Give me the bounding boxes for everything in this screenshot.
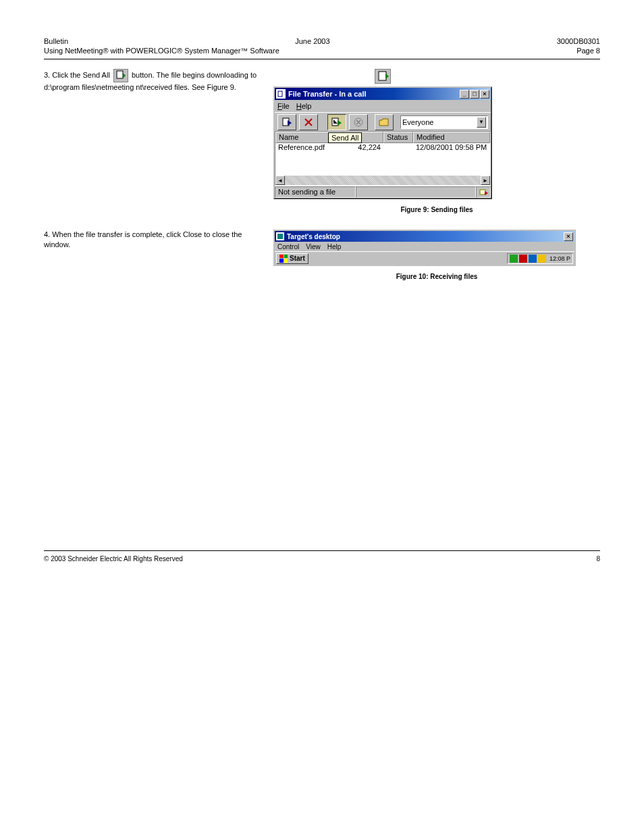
stop-button[interactable] bbox=[349, 114, 368, 130]
status-text: Not sending a file bbox=[275, 186, 356, 198]
send-all-icon bbox=[113, 69, 128, 82]
page-footer: © 2003 Schneider Electric All Rights Res… bbox=[44, 555, 600, 563]
menu-file[interactable]: File bbox=[277, 102, 290, 110]
combo-arrow-icon[interactable]: ▼ bbox=[477, 117, 486, 128]
tray-icon-3[interactable] bbox=[529, 255, 537, 263]
remote-menu-help[interactable]: Help bbox=[327, 243, 342, 251]
maximize-button[interactable]: □ bbox=[470, 90, 479, 99]
tray-icon-2[interactable] bbox=[519, 255, 527, 263]
svg-rect-6 bbox=[480, 190, 485, 194]
col-status[interactable]: Status bbox=[383, 132, 413, 143]
remove-file-button[interactable] bbox=[299, 114, 318, 130]
footer-rule bbox=[44, 550, 600, 551]
page-subheader: Using NetMeeting® with POWERLOGIC® Syste… bbox=[44, 47, 600, 55]
page-header: Bulletin June 2003 3000DB0301 bbox=[44, 37, 600, 45]
send-all-tooltip: Send All bbox=[328, 132, 362, 143]
remote-menubar: Control View Help bbox=[275, 242, 574, 251]
scroll-left-icon[interactable]: ◄ bbox=[275, 176, 285, 185]
header-bulletin: Bulletin bbox=[44, 37, 68, 45]
file-transfer-toolbar: Send All Everyone ▼ bbox=[275, 112, 491, 131]
step-3: 3. Click the Send All button. The file b… bbox=[44, 69, 260, 93]
status-icon bbox=[476, 186, 491, 198]
scroll-right-icon[interactable]: ► bbox=[481, 176, 490, 185]
footer-copyright: © 2003 Schneider Electric All Rights Res… bbox=[44, 555, 183, 563]
cell-name: Reference.pdf bbox=[275, 143, 343, 153]
subheader-page: Page 8 bbox=[576, 47, 600, 55]
remote-menu-view[interactable]: View bbox=[306, 243, 321, 251]
tray-icon-1[interactable] bbox=[510, 255, 518, 263]
file-transfer-menubar: File Help bbox=[275, 100, 491, 112]
minimize-button[interactable]: _ bbox=[460, 90, 469, 99]
remote-app-icon bbox=[276, 232, 284, 240]
step3-prefix: 3. Click the Send All bbox=[44, 71, 112, 79]
hscrollbar[interactable]: ◄ ► bbox=[275, 176, 490, 185]
step-4: 4. When the file transfer is complete, c… bbox=[44, 230, 260, 250]
svg-rect-2 bbox=[278, 91, 282, 97]
menu-help[interactable]: Help bbox=[296, 102, 312, 110]
cell-size: 42,224 bbox=[343, 143, 383, 153]
header-docnum: 3000DB0301 bbox=[557, 37, 600, 45]
start-button[interactable]: Start bbox=[276, 253, 308, 264]
file-transfer-window: File Transfer - In a call _ □ × File Hel… bbox=[273, 86, 492, 199]
file-row[interactable]: Reference.pdf 42,224 12/08/2001 09:58 PM bbox=[275, 143, 490, 153]
header-rule bbox=[44, 59, 600, 59]
file-list: Name Destination Status Modified Referen… bbox=[275, 131, 491, 186]
remote-titlebar[interactable]: Target's desktop × bbox=[275, 231, 574, 242]
send-all-button[interactable]: Send All bbox=[327, 114, 346, 130]
send-all-icon-large bbox=[375, 69, 391, 84]
col-modified[interactable]: Modified bbox=[413, 132, 490, 143]
cell-status bbox=[383, 143, 413, 153]
remote-taskbar: Start 12:08 P bbox=[275, 251, 574, 265]
header-date: June 2003 bbox=[295, 37, 329, 45]
open-folder-button[interactable] bbox=[375, 114, 394, 130]
file-transfer-app-icon bbox=[276, 89, 286, 99]
add-file-button[interactable] bbox=[277, 114, 296, 130]
svg-rect-7 bbox=[277, 234, 283, 239]
tray-clock: 12:08 P bbox=[549, 255, 570, 262]
remote-desktop-window: Target's desktop × Control View Help My … bbox=[273, 230, 576, 266]
figure9-caption: Figure 9: Sending files bbox=[273, 206, 600, 213]
svg-rect-0 bbox=[117, 71, 123, 78]
tray-icon-4[interactable] bbox=[538, 255, 546, 263]
windows-flag-icon bbox=[279, 255, 288, 263]
close-button[interactable]: × bbox=[480, 90, 489, 99]
file-transfer-title: File Transfer - In a call bbox=[288, 90, 367, 98]
remote-menu-control[interactable]: Control bbox=[277, 243, 299, 251]
remote-title: Target's desktop bbox=[287, 233, 340, 240]
footer-pagenum: 8 bbox=[596, 555, 600, 563]
file-transfer-titlebar[interactable]: File Transfer - In a call _ □ × bbox=[275, 88, 491, 100]
svg-rect-1 bbox=[379, 72, 386, 80]
recipient-value: Everyone bbox=[402, 118, 433, 126]
system-tray: 12:08 P bbox=[507, 253, 573, 264]
file-transfer-statusbar: Not sending a file bbox=[275, 186, 491, 198]
start-label: Start bbox=[290, 255, 305, 262]
figure10-caption: Figure 10: Receiving files bbox=[273, 273, 600, 280]
cell-modified: 12/08/2001 09:58 PM bbox=[413, 143, 490, 153]
remote-close-button[interactable]: × bbox=[564, 232, 573, 241]
subheader-title: Using NetMeeting® with POWERLOGIC® Syste… bbox=[44, 47, 279, 55]
recipient-combo[interactable]: Everyone ▼ bbox=[400, 115, 488, 129]
